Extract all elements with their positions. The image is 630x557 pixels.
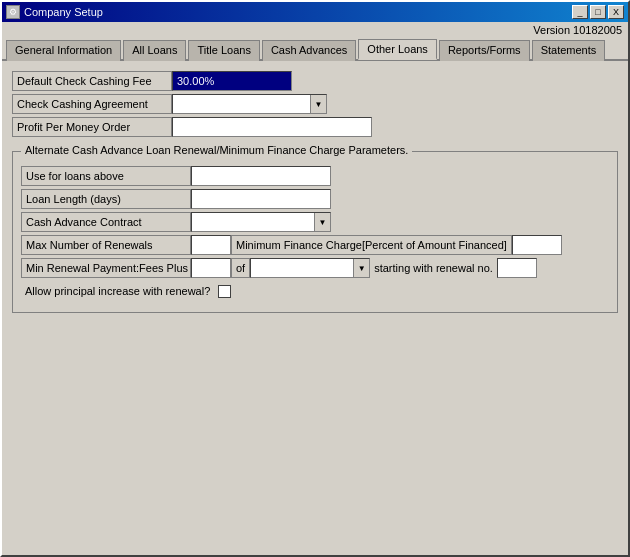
cash-advance-contract-label: Cash Advance Contract	[21, 212, 191, 232]
use-for-loans-above-row: Use for loans above	[21, 166, 609, 186]
max-number-renewals-label: Max Number of Renewals	[21, 235, 191, 255]
tab-cash-advances[interactable]: Cash Advances	[262, 40, 356, 61]
group-box-title: Alternate Cash Advance Loan Renewal/Mini…	[21, 144, 412, 156]
loan-length-days-input[interactable]	[191, 189, 331, 209]
check-cashing-agreement-select[interactable]: ▼	[172, 94, 327, 114]
main-window: ⚙ Company Setup _ □ X Version 10182005 G…	[0, 0, 630, 557]
profit-per-money-order-row: Profit Per Money Order	[12, 117, 618, 137]
tab-general-information[interactable]: General Information	[6, 40, 121, 61]
min-renewal-payment-input[interactable]	[191, 258, 231, 278]
content-area: Default Check Cashing Fee Check Cashing …	[2, 61, 628, 550]
title-bar-buttons: _ □ X	[572, 5, 624, 19]
tab-statements[interactable]: Statements	[532, 40, 606, 61]
version-text: Version 10182005	[533, 24, 622, 36]
title-bar: ⚙ Company Setup _ □ X	[2, 2, 628, 22]
alternate-params-group: Alternate Cash Advance Loan Renewal/Mini…	[12, 151, 618, 313]
max-renewals-row: Max Number of Renewals Minimum Finance C…	[21, 235, 609, 255]
tab-reports-forms[interactable]: Reports/Forms	[439, 40, 530, 61]
starting-with-renewal-no-input[interactable]	[497, 258, 537, 278]
profit-per-money-order-label: Profit Per Money Order	[12, 117, 172, 137]
title-bar-left: ⚙ Company Setup	[6, 5, 103, 19]
tab-title-loans[interactable]: Title Loans	[188, 40, 259, 61]
min-finance-charge-input[interactable]	[512, 235, 562, 255]
default-check-cashing-fee-input[interactable]	[172, 71, 292, 91]
allow-principal-checkbox[interactable]	[218, 285, 231, 298]
tab-other-loans[interactable]: Other Loans	[358, 39, 437, 60]
version-bar: Version 10182005	[2, 22, 628, 38]
starting-with-renewal-no-label: starting with renewal no.	[370, 258, 497, 278]
default-check-cashing-fee-label: Default Check Cashing Fee	[12, 71, 172, 91]
window-title: Company Setup	[24, 6, 103, 18]
use-for-loans-above-input[interactable]	[191, 166, 331, 186]
profit-per-money-order-input[interactable]	[172, 117, 372, 137]
tab-all-loans[interactable]: All Loans	[123, 40, 186, 61]
loan-length-days-row: Loan Length (days)	[21, 189, 609, 209]
of-label: of	[231, 258, 250, 278]
default-check-cashing-fee-row: Default Check Cashing Fee	[12, 71, 618, 91]
max-number-renewals-input[interactable]	[191, 235, 231, 255]
allow-principal-label: Allow principal increase with renewal?	[21, 281, 218, 301]
min-renewal-payment-row: Min Renewal Payment:Fees Plus of ▼ start…	[21, 258, 609, 278]
tabs-container: General Information All Loans Title Loan…	[2, 38, 628, 61]
check-cashing-agreement-dropdown-arrow[interactable]: ▼	[310, 95, 326, 113]
of-dropdown-arrow[interactable]: ▼	[353, 259, 369, 277]
app-icon: ⚙	[6, 5, 20, 19]
min-finance-charge-label: Minimum Finance Charge[Percent of Amount…	[231, 235, 512, 255]
min-renewal-payment-label: Min Renewal Payment:Fees Plus	[21, 258, 191, 278]
check-cashing-agreement-row: Check Cashing Agreement ▼	[12, 94, 618, 114]
allow-principal-row: Allow principal increase with renewal?	[21, 281, 609, 301]
of-select[interactable]: ▼	[250, 258, 370, 278]
cash-advance-contract-select[interactable]: ▼	[191, 212, 331, 232]
cash-advance-contract-dropdown-arrow[interactable]: ▼	[314, 213, 330, 231]
use-for-loans-above-label: Use for loans above	[21, 166, 191, 186]
minimize-button[interactable]: _	[572, 5, 588, 19]
maximize-button[interactable]: □	[590, 5, 606, 19]
cash-advance-contract-row: Cash Advance Contract ▼	[21, 212, 609, 232]
close-button[interactable]: X	[608, 5, 624, 19]
loan-length-days-label: Loan Length (days)	[21, 189, 191, 209]
check-cashing-agreement-label: Check Cashing Agreement	[12, 94, 172, 114]
